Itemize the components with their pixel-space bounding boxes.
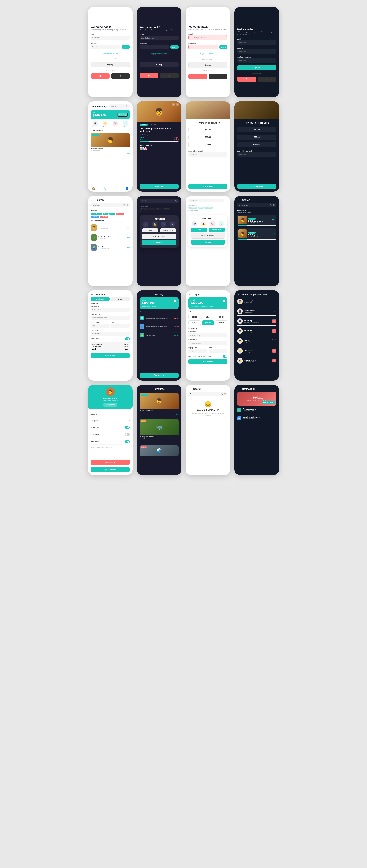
light-filter-ani[interactable]: 🐾 (208, 221, 216, 226)
rec-item-3[interactable]: 🌍 Help Wakandans fre... ⊙ BukaDonate.com… (91, 243, 130, 252)
open-donation-settings-button[interactable]: Open donation (91, 467, 130, 472)
email-error-input[interactable] (188, 35, 227, 40)
filter-cat-edu[interactable]: 🎓 (142, 222, 150, 227)
results-search-input[interactable] (239, 204, 269, 206)
donate-payment-button[interactable]: Donate Now (91, 353, 130, 358)
search-empty-input[interactable] (190, 393, 220, 395)
filter-almost-done-button[interactable]: Almost done (160, 228, 176, 232)
topup-terms-toggle[interactable] (223, 355, 227, 358)
signin-error-button[interactable]: Sign in (219, 45, 227, 49)
signup-reg-button[interactable]: Sign up (237, 65, 276, 70)
google-signin-button[interactable]: G (91, 73, 110, 79)
cvv-input[interactable] (111, 323, 130, 328)
back-icon[interactable]: ← (237, 22, 239, 25)
light-reset-button[interactable]: Reset to default (191, 233, 225, 239)
google-error-signin-button[interactable]: G (188, 74, 207, 79)
signup-button[interactable]: Sign up (91, 62, 130, 67)
love-btn-5[interactable]: ♡ (272, 339, 276, 343)
signin-button[interactable]: Sign in (122, 45, 130, 49)
tag-sajol[interactable]: Sajol (109, 213, 115, 215)
rec-item-1[interactable]: 👦 Help Gopal to pay... ⊙ XilaCheng.com 2… (91, 223, 130, 232)
notification-toggle[interactable] (125, 426, 130, 429)
nav-search[interactable]: 🔍 (104, 187, 106, 190)
hidename-toggle[interactable] (125, 440, 130, 443)
tag-covid[interactable]: COVID 19 (100, 216, 108, 218)
hero-back-icon[interactable]: ← (139, 103, 141, 106)
expiry-input[interactable] (91, 323, 110, 328)
donate-now-button[interactable]: Donate Now (140, 184, 179, 189)
filter-cat-dis[interactable]: ⚠️ (151, 222, 159, 227)
love-btn-1[interactable]: ♡ (272, 300, 276, 303)
search-empty-filter-icon[interactable]: ⊞ (224, 393, 226, 395)
search-filter-dark-button[interactable]: Search (142, 240, 176, 245)
results-filter-icon[interactable]: ⊞ (273, 204, 275, 206)
category-other[interactable]: ⊞ Other (121, 121, 130, 127)
nav-profile[interactable]: 👤 (125, 187, 129, 190)
signup-dark-button[interactable]: Sign up (140, 62, 179, 67)
topup-back-icon[interactable]: ← (188, 293, 191, 296)
category-education[interactable]: 🎓 Education (91, 121, 100, 127)
amount-option-100[interactable]: $100.00 (188, 142, 227, 147)
filter-cat-other[interactable]: ⊞ (168, 222, 176, 227)
light-filter-edu[interactable]: 🎓 (191, 221, 199, 226)
topup-expiry-input[interactable] (188, 349, 207, 353)
reg-email-input[interactable] (237, 40, 276, 45)
manual-price-input[interactable] (188, 152, 227, 157)
home-search-input[interactable] (111, 106, 124, 107)
light-filter-latest[interactable]: Latest (191, 228, 207, 232)
filter-icon[interactable]: ⊞ (126, 204, 128, 206)
edit-profile-button[interactable]: Edit profile (103, 403, 117, 407)
light-filter-dis[interactable]: ⚠️ (200, 221, 207, 226)
tag-rhino[interactable]: Rhino (103, 213, 109, 215)
email-input[interactable] (91, 36, 130, 40)
filter-latest-button[interactable]: Latest (142, 228, 159, 232)
love-btn-3[interactable]: ♥ (272, 319, 276, 323)
name-card-input[interactable] (91, 308, 130, 312)
love-btn-6[interactable]: ♥ (272, 349, 276, 353)
amount-dark-option-100[interactable]: $100.00 (237, 142, 276, 147)
apple-signin-button[interactable]:  (111, 73, 130, 79)
tag-nature[interactable]: Nature Disaster (91, 213, 102, 215)
topup-toggle[interactable] (221, 299, 225, 302)
card-number-input[interactable] (91, 316, 130, 320)
reg-password-input[interactable] (237, 49, 276, 54)
history-toggle[interactable] (172, 299, 176, 302)
nominal-50[interactable]: $50.00 (215, 315, 227, 319)
settings-item-language[interactable]: Language › (91, 418, 130, 423)
fav-card-2[interactable]: 🦏 Animal Helping the extinct... ⊙ Faunat… (140, 419, 179, 443)
password-dark-input[interactable] (140, 45, 169, 49)
topup-history-button[interactable]: Top up now (140, 373, 179, 378)
amount-dark-option-50[interactable]: $50.00 (237, 134, 276, 140)
signup-error-button[interactable]: Sign up (188, 62, 227, 68)
hero-more-icon[interactable]: ⋮ (176, 103, 179, 106)
apple-error-signin-button[interactable]:  (209, 74, 228, 79)
nominal-130[interactable]: $130.00 (188, 320, 201, 325)
category-disaster[interactable]: ⚠️ Disaster (101, 121, 110, 127)
fav-card-3[interactable]: 🌊 Disaster (140, 445, 179, 456)
go-to-payment-dark-button[interactable]: Go to payment (237, 184, 276, 189)
donation-card[interactable]: 👦 Education Help Gopal to pay... ⊙ XilaC… (91, 133, 130, 155)
search-empty-back-icon[interactable]: ← (188, 388, 191, 390)
love-btn-2[interactable]: ♡ (272, 310, 276, 313)
generous-back-icon[interactable]: ← (237, 293, 239, 296)
nominal-200[interactable]: $200.00 (215, 320, 227, 325)
topup-now-button[interactable]: Top up now (188, 359, 227, 364)
forgot-dark-link[interactable]: Forgot password? Click here (151, 53, 167, 54)
topup-cvv-input[interactable] (209, 349, 228, 353)
password-input[interactable] (91, 44, 121, 49)
manual-dark-input[interactable] (237, 152, 276, 157)
search-input[interactable] (92, 204, 122, 206)
google-reg-button[interactable]: G (237, 77, 256, 82)
light-filter-other[interactable]: ⊞ (217, 221, 225, 226)
nominal-150[interactable]: $150.00 (202, 320, 214, 325)
email-dark-input[interactable] (140, 36, 179, 40)
amount-dark-option-10[interactable]: $10.00 (237, 127, 276, 132)
topup-card-input[interactable] (188, 341, 227, 345)
category-animal[interactable]: 🐾 Animal (111, 121, 120, 127)
apple-reg-button[interactable]:  (257, 77, 277, 82)
results-back-icon[interactable]: ← (237, 198, 239, 202)
google-dark-signin-button[interactable]: G (140, 73, 159, 79)
darkmode-toggle[interactable] (125, 433, 130, 436)
tag-earthquake[interactable]: Earthquake (116, 213, 124, 215)
amount-option-10[interactable]: $10.00 (188, 127, 227, 132)
